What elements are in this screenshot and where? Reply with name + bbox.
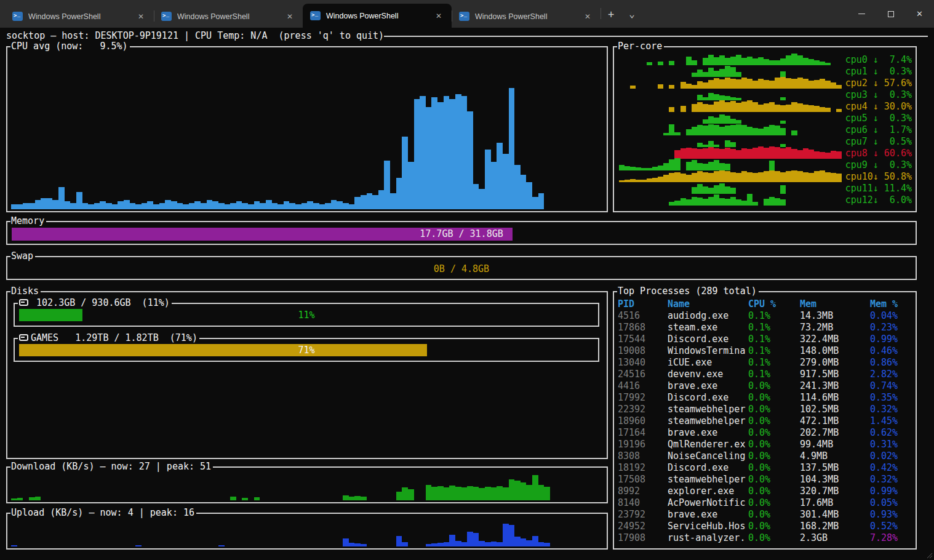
chart-bar — [277, 204, 284, 209]
chart-bar — [461, 96, 468, 209]
chart-bar — [503, 487, 509, 500]
chart-bar — [730, 79, 736, 89]
chart-bar — [752, 202, 758, 206]
process-row: 19008WindowsTermina0.1%148.0MB0.46% — [618, 345, 913, 357]
disk-icon — [19, 334, 28, 341]
chart-bar — [254, 201, 260, 209]
tab-close-icon[interactable]: ✕ — [283, 11, 297, 22]
chart-bar — [343, 203, 349, 209]
chart-bar — [758, 79, 764, 89]
download-chart — [11, 472, 603, 500]
maximize-button[interactable] — [876, 0, 905, 28]
minimize-button[interactable] — [847, 0, 876, 28]
process-pid: 24952 — [618, 521, 668, 532]
chart-bar — [538, 542, 545, 546]
new-tab-button[interactable]: + — [601, 0, 621, 28]
chart-bar — [681, 198, 686, 206]
process-name: explorer.exe — [668, 486, 748, 497]
process-memp: 0.99% — [870, 486, 913, 497]
disk-c-header: 102.3GB / 930.6GB (11%) — [18, 298, 172, 308]
tab[interactable]: >_Windows PowerShell✕ — [5, 5, 154, 28]
resize-grip[interactable] — [925, 551, 933, 559]
tab-close-icon[interactable]: ✕ — [432, 10, 445, 22]
process-mem: 168.2MB — [800, 521, 870, 532]
chart-bar — [11, 545, 17, 546]
chart-bar — [396, 178, 402, 209]
col-mem: Mem — [800, 298, 870, 310]
chart-bar — [780, 172, 786, 182]
disk-games-panel: GAMES 1.29TB / 1.82TB (71%) 71% — [14, 338, 599, 362]
process-row: 17544Discord.exe0.1%322.4MB0.99% — [618, 334, 913, 345]
tab-close-icon[interactable]: ✕ — [134, 11, 148, 22]
process-row: 18192Discord.exe0.0%137.5MB0.42% — [618, 462, 913, 474]
process-mem: 917.5MB — [800, 369, 870, 380]
process-cpu: 0.0% — [748, 439, 800, 450]
chart-bar — [159, 203, 166, 209]
chart-bar — [437, 486, 444, 500]
process-row: 8308NoiseCanceling0.0%4.9MB0.02% — [618, 450, 913, 462]
chart-bar — [94, 203, 100, 209]
tab-active[interactable]: >_Windows PowerShell✕ — [303, 4, 452, 28]
chart-bar — [426, 485, 432, 500]
chart-bar — [165, 200, 171, 209]
chart-bar — [836, 174, 842, 182]
process-pid: 8992 — [618, 486, 668, 497]
process-memp: 0.32% — [870, 474, 913, 486]
chart-bar — [509, 479, 515, 501]
chart-bar — [118, 201, 124, 209]
chart-bar — [736, 103, 741, 112]
chart-bar — [544, 487, 550, 500]
tab-dropdown-button[interactable]: ⌄ — [621, 0, 642, 28]
powershell-icon: >_ — [310, 11, 321, 20]
chart-bar — [775, 126, 780, 135]
chart-bar — [780, 77, 786, 89]
process-mem: 99.4MB — [800, 439, 870, 450]
process-row: 17992Discord.exe0.0%114.6MB0.35% — [618, 392, 913, 404]
process-pid: 18192 — [618, 462, 668, 474]
chart-bar — [473, 487, 479, 500]
process-pid: 8140 — [618, 497, 668, 509]
process-memp: 7.28% — [870, 532, 913, 544]
tab[interactable]: >_Windows PowerShell✕ — [154, 5, 303, 28]
upload-title: Upload (KB/s) — now: 4 | peak: 16 — [10, 508, 196, 518]
chart-bar — [730, 57, 736, 65]
tab-close-icon[interactable]: ✕ — [581, 11, 594, 22]
process-name: ServiceHub.Hos — [668, 521, 748, 532]
chart-bar — [503, 154, 509, 209]
chart-bar — [764, 103, 769, 112]
chart-bar — [171, 201, 177, 209]
process-mem: 472.1MB — [800, 415, 870, 427]
chart-bar — [814, 171, 820, 182]
chart-bar — [752, 148, 758, 159]
disk-c-panel: 102.3GB / 930.6GB (11%) 11% — [14, 303, 599, 327]
process-memp: 0.04% — [870, 310, 913, 322]
chart-bar — [349, 543, 355, 546]
chart-bar — [461, 542, 468, 546]
chart-bar — [741, 102, 747, 112]
chart-bar — [230, 203, 236, 209]
powershell-icon: >_ — [161, 12, 172, 21]
chart-bar — [714, 78, 719, 89]
chart-bar — [426, 107, 432, 209]
process-pid: 17508 — [618, 474, 668, 486]
chart-bar — [225, 204, 231, 209]
per-core-list: cpu0 ↓ 7.4%cpu1 ↓ 0.3%cpu2 ↓ 57.6%cpu3 ↓… — [614, 47, 916, 211]
chart-bar — [284, 201, 290, 209]
process-name: Discord.exe — [668, 462, 748, 474]
chart-bar — [714, 102, 719, 112]
process-memp: 0.74% — [870, 380, 913, 392]
terminal-viewport[interactable]: socktop — host: DESKTOP-9P19121 | CPU Te… — [0, 28, 934, 560]
process-row: 19196QmlRenderer.ex0.0%99.4MB0.31% — [618, 439, 913, 450]
process-pid: 17908 — [618, 532, 668, 544]
chart-bar — [780, 199, 786, 206]
tab[interactable]: >_Windows PowerShell✕ — [452, 5, 601, 28]
chart-bar — [331, 200, 337, 209]
chart-bar — [538, 485, 545, 500]
chart-bar — [775, 198, 780, 206]
process-memp: 0.31% — [870, 439, 913, 450]
process-row: 4416brave.exe0.0%241.3MB0.74% — [618, 380, 913, 392]
chart-bar — [708, 124, 714, 135]
chart-bar — [444, 487, 450, 500]
chart-bar — [741, 78, 747, 89]
close-button[interactable]: ✕ — [905, 0, 934, 28]
